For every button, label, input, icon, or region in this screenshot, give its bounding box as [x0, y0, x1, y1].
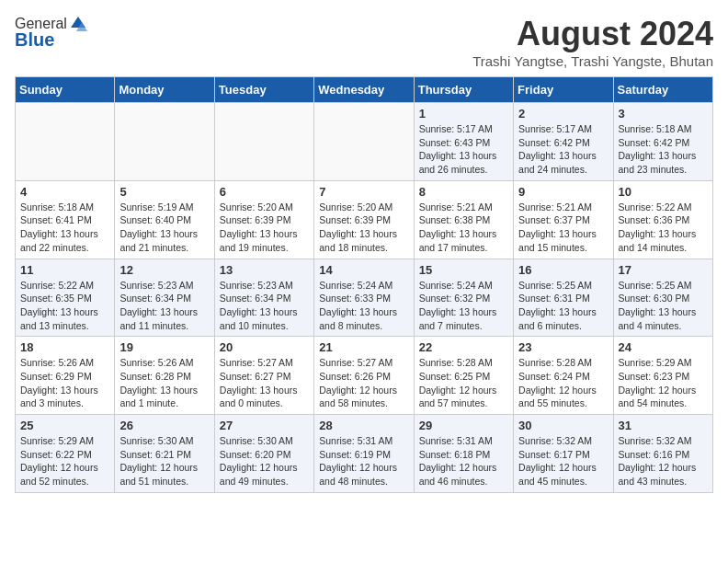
calendar-header: SundayMondayTuesdayWednesdayThursdayFrid… — [16, 77, 713, 103]
day-number: 25 — [20, 419, 109, 432]
day-number: 2 — [518, 107, 608, 121]
logo-icon — [69, 15, 87, 33]
day-detail: Sunrise: 5:21 AMSunset: 6:37 PMDaylight:… — [518, 201, 608, 255]
calendar-cell: 3Sunrise: 5:18 AMSunset: 6:42 PMDaylight… — [613, 103, 712, 181]
calendar-cell: 25Sunrise: 5:29 AMSunset: 6:22 PMDayligh… — [16, 415, 115, 493]
calendar-cell: 24Sunrise: 5:29 AMSunset: 6:23 PMDayligh… — [613, 337, 712, 415]
day-detail: Sunrise: 5:28 AMSunset: 6:24 PMDaylight:… — [518, 356, 608, 410]
calendar-cell — [115, 103, 214, 181]
calendar-cell: 6Sunrise: 5:20 AMSunset: 6:39 PMDaylight… — [214, 180, 313, 259]
day-detail: Sunrise: 5:29 AMSunset: 6:23 PMDaylight:… — [619, 356, 708, 410]
header: General Blue August 2024 Trashi Yangtse,… — [15, 15, 713, 69]
calendar-cell: 10Sunrise: 5:22 AMSunset: 6:36 PMDayligh… — [613, 180, 712, 259]
calendar-cell: 23Sunrise: 5:28 AMSunset: 6:24 PMDayligh… — [514, 337, 613, 415]
day-detail: Sunrise: 5:28 AMSunset: 6:25 PMDaylight:… — [419, 356, 508, 410]
day-number: 26 — [119, 419, 209, 432]
day-number: 6 — [220, 185, 309, 199]
day-detail: Sunrise: 5:20 AMSunset: 6:39 PMDaylight:… — [220, 201, 309, 255]
day-detail: Sunrise: 5:24 AMSunset: 6:32 PMDaylight:… — [419, 279, 508, 333]
day-detail: Sunrise: 5:18 AMSunset: 6:41 PMDaylight:… — [20, 201, 109, 255]
header-cell-monday: Monday — [115, 77, 214, 103]
header-cell-friday: Friday — [514, 77, 613, 103]
calendar-week-row: 11Sunrise: 5:22 AMSunset: 6:35 PMDayligh… — [16, 259, 713, 337]
header-cell-saturday: Saturday — [613, 77, 712, 103]
calendar-cell: 12Sunrise: 5:23 AMSunset: 6:34 PMDayligh… — [115, 259, 214, 337]
calendar-cell: 15Sunrise: 5:24 AMSunset: 6:32 PMDayligh… — [414, 259, 513, 337]
day-number: 18 — [20, 340, 109, 354]
day-number: 1 — [419, 107, 508, 121]
calendar-table: SundayMondayTuesdayWednesdayThursdayFrid… — [15, 76, 713, 493]
day-detail: Sunrise: 5:30 AMSunset: 6:21 PMDaylight:… — [119, 434, 209, 488]
day-detail: Sunrise: 5:25 AMSunset: 6:30 PMDaylight:… — [619, 279, 708, 333]
calendar-cell: 20Sunrise: 5:27 AMSunset: 6:27 PMDayligh… — [214, 337, 313, 415]
day-detail: Sunrise: 5:29 AMSunset: 6:22 PMDaylight:… — [20, 434, 109, 488]
calendar-cell: 29Sunrise: 5:31 AMSunset: 6:18 PMDayligh… — [414, 415, 513, 493]
header-cell-sunday: Sunday — [16, 77, 115, 103]
calendar-week-row: 25Sunrise: 5:29 AMSunset: 6:22 PMDayligh… — [16, 415, 713, 493]
calendar-cell — [314, 103, 414, 181]
day-detail: Sunrise: 5:17 AMSunset: 6:43 PMDaylight:… — [419, 122, 508, 177]
day-detail: Sunrise: 5:26 AMSunset: 6:29 PMDaylight:… — [20, 356, 109, 410]
calendar-cell: 5Sunrise: 5:19 AMSunset: 6:40 PMDaylight… — [115, 180, 214, 259]
day-detail: Sunrise: 5:27 AMSunset: 6:26 PMDaylight:… — [319, 356, 408, 410]
day-number: 17 — [619, 263, 708, 277]
logo: General Blue — [15, 15, 87, 51]
day-number: 5 — [119, 185, 209, 199]
day-detail: Sunrise: 5:23 AMSunset: 6:34 PMDaylight:… — [220, 279, 309, 333]
day-number: 7 — [319, 185, 408, 199]
calendar-cell: 18Sunrise: 5:26 AMSunset: 6:29 PMDayligh… — [16, 337, 115, 415]
header-cell-wednesday: Wednesday — [314, 77, 414, 103]
calendar-cell: 13Sunrise: 5:23 AMSunset: 6:34 PMDayligh… — [214, 259, 313, 337]
title-area: August 2024 Trashi Yangtse, Trashi Yangs… — [472, 15, 713, 69]
day-number: 14 — [319, 263, 408, 277]
day-number: 31 — [619, 419, 708, 432]
calendar-cell — [16, 103, 115, 181]
day-detail: Sunrise: 5:32 AMSunset: 6:17 PMDaylight:… — [518, 434, 608, 488]
calendar-cell: 9Sunrise: 5:21 AMSunset: 6:37 PMDaylight… — [514, 180, 613, 259]
day-number: 8 — [419, 185, 508, 199]
day-detail: Sunrise: 5:31 AMSunset: 6:18 PMDaylight:… — [419, 434, 508, 488]
calendar-cell: 2Sunrise: 5:17 AMSunset: 6:42 PMDaylight… — [514, 103, 613, 181]
day-number: 10 — [619, 185, 708, 199]
calendar-cell — [214, 103, 313, 181]
day-detail: Sunrise: 5:22 AMSunset: 6:35 PMDaylight:… — [20, 279, 109, 333]
calendar-cell: 26Sunrise: 5:30 AMSunset: 6:21 PMDayligh… — [115, 415, 214, 493]
day-detail: Sunrise: 5:20 AMSunset: 6:39 PMDaylight:… — [319, 201, 408, 255]
day-detail: Sunrise: 5:23 AMSunset: 6:34 PMDaylight:… — [119, 279, 209, 333]
calendar-cell: 31Sunrise: 5:32 AMSunset: 6:16 PMDayligh… — [613, 415, 712, 493]
calendar-cell: 4Sunrise: 5:18 AMSunset: 6:41 PMDaylight… — [16, 180, 115, 259]
day-number: 23 — [518, 340, 608, 354]
calendar-cell: 8Sunrise: 5:21 AMSunset: 6:38 PMDaylight… — [414, 180, 513, 259]
day-number: 29 — [419, 419, 508, 432]
day-number: 28 — [319, 419, 408, 432]
day-detail: Sunrise: 5:31 AMSunset: 6:19 PMDaylight:… — [319, 434, 408, 488]
calendar-cell: 19Sunrise: 5:26 AMSunset: 6:28 PMDayligh… — [115, 337, 214, 415]
day-detail: Sunrise: 5:30 AMSunset: 6:20 PMDaylight:… — [220, 434, 309, 488]
day-number: 19 — [119, 340, 209, 354]
calendar-cell: 7Sunrise: 5:20 AMSunset: 6:39 PMDaylight… — [314, 180, 414, 259]
day-number: 13 — [220, 263, 309, 277]
day-detail: Sunrise: 5:18 AMSunset: 6:42 PMDaylight:… — [619, 122, 708, 177]
day-detail: Sunrise: 5:17 AMSunset: 6:42 PMDaylight:… — [518, 122, 608, 177]
day-number: 3 — [619, 107, 708, 121]
day-detail: Sunrise: 5:27 AMSunset: 6:27 PMDaylight:… — [220, 356, 309, 410]
day-number: 24 — [619, 340, 708, 354]
calendar-week-row: 1Sunrise: 5:17 AMSunset: 6:43 PMDaylight… — [16, 103, 713, 181]
calendar-week-row: 4Sunrise: 5:18 AMSunset: 6:41 PMDaylight… — [16, 180, 713, 259]
calendar-cell: 1Sunrise: 5:17 AMSunset: 6:43 PMDaylight… — [414, 103, 513, 181]
day-number: 21 — [319, 340, 408, 354]
day-number: 22 — [419, 340, 508, 354]
day-number: 27 — [220, 419, 309, 432]
day-number: 9 — [518, 185, 608, 199]
calendar-cell: 22Sunrise: 5:28 AMSunset: 6:25 PMDayligh… — [414, 337, 513, 415]
month-title: August 2024 — [472, 15, 713, 53]
day-number: 16 — [518, 263, 608, 277]
day-number: 4 — [20, 185, 109, 199]
day-detail: Sunrise: 5:22 AMSunset: 6:36 PMDaylight:… — [619, 201, 708, 255]
header-cell-tuesday: Tuesday — [214, 77, 313, 103]
calendar-cell: 11Sunrise: 5:22 AMSunset: 6:35 PMDayligh… — [16, 259, 115, 337]
day-detail: Sunrise: 5:25 AMSunset: 6:31 PMDaylight:… — [518, 279, 608, 333]
calendar-cell: 30Sunrise: 5:32 AMSunset: 6:17 PMDayligh… — [514, 415, 613, 493]
day-number: 15 — [419, 263, 508, 277]
day-number: 11 — [20, 263, 109, 277]
